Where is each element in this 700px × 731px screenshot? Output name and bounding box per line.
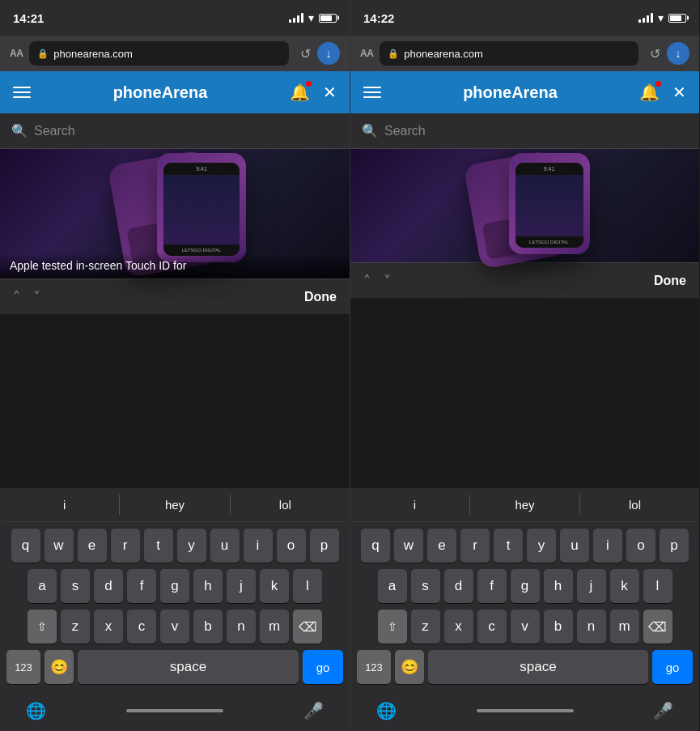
key-u-right[interactable]: u [560, 529, 589, 563]
key-q-left[interactable]: q [11, 529, 40, 563]
key-k-right[interactable]: k [610, 569, 639, 603]
key-i-right[interactable]: i [593, 529, 622, 563]
key-c-right[interactable]: c [477, 610, 507, 644]
suggestion-lol-right[interactable]: lol [580, 495, 689, 515]
key-g-right[interactable]: g [511, 569, 540, 603]
mic-icon-left[interactable]: 🎤 [294, 698, 333, 724]
key-z-right[interactable]: z [411, 610, 440, 644]
search-input-right[interactable]: Search [384, 124, 426, 138]
key-n-left[interactable]: n [227, 610, 256, 644]
key-w-right[interactable]: w [394, 529, 423, 563]
key-123-right[interactable]: 123 [357, 650, 391, 684]
key-o-left[interactable]: o [277, 529, 306, 563]
key-delete-right[interactable]: ⌫ [643, 610, 672, 644]
bell-button-right[interactable]: 🔔 [639, 83, 660, 102]
reload-icon-left[interactable]: ↺ [300, 46, 311, 62]
key-b-right[interactable]: b [544, 610, 573, 644]
key-y-left[interactable]: y [177, 529, 206, 563]
status-icons-right: ▾ [638, 11, 686, 24]
key-c-left[interactable]: c [127, 610, 156, 644]
done-button-left[interactable]: Done [304, 290, 337, 304]
aa-button-left[interactable]: AA [10, 48, 23, 59]
key-d-left[interactable]: d [94, 569, 123, 603]
key-x-left[interactable]: x [94, 610, 123, 644]
key-s-left[interactable]: s [61, 569, 90, 603]
key-p-left[interactable]: p [310, 529, 339, 563]
key-r-left[interactable]: r [111, 529, 140, 563]
key-a-right[interactable]: a [378, 569, 407, 603]
key-s-right[interactable]: s [411, 569, 440, 603]
key-e-right[interactable]: e [427, 529, 456, 563]
find-arrows-left: ˄ ˅ [13, 288, 40, 306]
suggestion-i-right[interactable]: i [360, 495, 470, 515]
key-w-left[interactable]: w [45, 529, 74, 563]
key-f-left[interactable]: f [127, 569, 156, 603]
key-f-right[interactable]: f [477, 569, 507, 603]
key-t-right[interactable]: t [494, 529, 523, 563]
done-button-right[interactable]: Done [654, 274, 686, 288]
suggestion-lol-left[interactable]: lol [231, 495, 340, 515]
key-a-left[interactable]: a [28, 569, 57, 603]
key-m-right[interactable]: m [610, 610, 639, 644]
aa-button-right[interactable]: AA [360, 48, 373, 59]
search-bar-left[interactable]: 🔍 Search [0, 113, 350, 149]
key-shift-left[interactable]: ⇧ [28, 610, 57, 644]
key-m-left[interactable]: m [260, 610, 289, 644]
key-j-right[interactable]: j [577, 569, 606, 603]
key-i-left[interactable]: i [244, 529, 273, 563]
close-button-right[interactable]: ✕ [672, 83, 686, 102]
key-l-right[interactable]: l [643, 569, 672, 603]
next-arrow-left[interactable]: ˅ [33, 288, 40, 306]
mic-icon-right[interactable]: 🎤 [643, 698, 683, 724]
key-n-right[interactable]: n [577, 610, 606, 644]
key-x-right[interactable]: x [444, 610, 473, 644]
prev-arrow-left[interactable]: ˄ [13, 288, 20, 306]
suggestion-hey-left[interactable]: hey [120, 495, 230, 515]
hamburger-menu-right[interactable] [363, 87, 381, 98]
suggestion-hey-right[interactable]: hey [470, 495, 580, 515]
key-e-left[interactable]: e [78, 529, 107, 563]
url-bar-left[interactable]: 🔒 phonearena.com [29, 41, 289, 66]
key-v-left[interactable]: v [160, 610, 189, 644]
key-g-left[interactable]: g [160, 569, 189, 603]
globe-icon-right[interactable]: 🌐 [367, 698, 406, 724]
key-space-left[interactable]: space [78, 650, 299, 684]
key-emoji-right[interactable]: 😊 [395, 650, 424, 684]
key-shift-right[interactable]: ⇧ [378, 610, 407, 644]
search-bar-right[interactable]: 🔍 Search [350, 113, 699, 149]
prev-arrow-right[interactable]: ˄ [363, 272, 371, 290]
key-h-left[interactable]: h [193, 569, 223, 603]
key-emoji-left[interactable]: 😊 [45, 650, 74, 684]
key-o-right[interactable]: o [626, 529, 655, 563]
key-b-left[interactable]: b [193, 610, 223, 644]
key-k-left[interactable]: k [260, 569, 289, 603]
globe-icon-left[interactable]: 🌐 [16, 698, 56, 724]
key-u-left[interactable]: u [210, 529, 240, 563]
suggestion-i-left[interactable]: i [10, 495, 120, 515]
key-q-right[interactable]: q [361, 529, 390, 563]
search-input-left[interactable]: Search [34, 124, 75, 138]
key-123-left[interactable]: 123 [6, 650, 40, 684]
key-r-right[interactable]: r [460, 529, 490, 563]
next-arrow-right[interactable]: ˅ [384, 272, 391, 290]
url-bar-right[interactable]: 🔒 phonearena.com [380, 41, 638, 66]
key-t-left[interactable]: t [144, 529, 173, 563]
key-delete-left[interactable]: ⌫ [293, 610, 322, 644]
reload-icon-right[interactable]: ↺ [650, 46, 660, 62]
hamburger-menu-left[interactable] [13, 87, 31, 98]
key-go-right[interactable]: go [652, 650, 693, 684]
key-go-left[interactable]: go [303, 650, 343, 684]
key-z-left[interactable]: z [61, 610, 90, 644]
key-d-right[interactable]: d [444, 569, 473, 603]
key-y-right[interactable]: y [527, 529, 556, 563]
download-button-right[interactable]: ↓ [667, 42, 689, 65]
key-v-right[interactable]: v [511, 610, 540, 644]
key-h-right[interactable]: h [544, 569, 573, 603]
key-space-right[interactable]: space [428, 650, 648, 684]
bell-button-left[interactable]: 🔔 [290, 83, 310, 102]
download-button-left[interactable]: ↓ [317, 42, 340, 65]
key-j-left[interactable]: j [227, 569, 256, 603]
key-p-right[interactable]: p [660, 529, 689, 563]
close-button-left[interactable]: ✕ [323, 83, 337, 102]
key-l-left[interactable]: l [293, 569, 322, 603]
